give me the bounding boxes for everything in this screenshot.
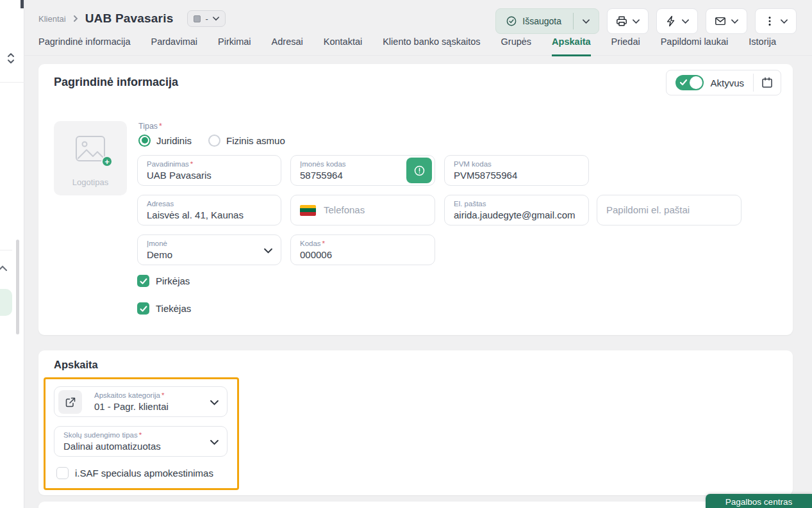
tab-istorija[interactable]: Istorija xyxy=(749,37,776,55)
checkbox-checked-icon xyxy=(137,275,149,287)
tab-pardavimai[interactable]: Pardavimai xyxy=(151,37,197,55)
required-marker: * xyxy=(159,122,162,131)
field-adresas[interactable]: Adresas Laisvės al. 41, Kaunas xyxy=(137,195,281,225)
card-title: Pagrindinė informacija xyxy=(54,76,178,89)
breadcrumb: Klientai UAB Pavasaris - xyxy=(38,9,226,28)
field-imones-kodas[interactable]: Įmonės kodas 58755964 xyxy=(290,155,435,186)
field-value: Demo xyxy=(147,248,272,262)
saved-dropdown-toggle[interactable] xyxy=(574,9,599,33)
radio-unselected-icon xyxy=(208,135,220,147)
tab-adresai[interactable]: Adresai xyxy=(272,37,303,55)
sidebar-scrollbar-thumb[interactable] xyxy=(16,240,19,334)
calendar-button[interactable] xyxy=(754,70,781,95)
calendar-icon xyxy=(761,77,773,88)
main-content: Klientai UAB Pavasaris - Išsaugota xyxy=(24,0,812,508)
printer-icon xyxy=(616,15,627,27)
more-options-button[interactable] xyxy=(755,8,797,34)
saved-status-button[interactable]: Išsaugota xyxy=(495,8,599,34)
field-telefonas[interactable]: Telefonas xyxy=(290,195,435,225)
sidebar-divider xyxy=(0,82,24,83)
radio-selected-icon xyxy=(138,135,151,147)
add-logo-plus-icon[interactable]: + xyxy=(101,156,113,167)
chevron-right-icon xyxy=(72,15,79,22)
field-pvm-kodas[interactable]: PVM kodas PVM58755964 xyxy=(444,155,589,186)
field-value: 01 - Pagr. klientai xyxy=(94,400,218,414)
chevron-down-icon xyxy=(583,18,590,25)
chevron-down-icon xyxy=(264,247,272,255)
radio-fizinis-asmuo[interactable]: Fizinis asmuo xyxy=(208,135,285,147)
field-label: PVM kodas xyxy=(454,160,579,168)
active-status-group: Aktyvus xyxy=(666,70,781,95)
actions-dropdown-button[interactable] xyxy=(656,8,698,34)
chevron-down-icon xyxy=(682,18,689,25)
field-label: Skolų sudengimo tipas* xyxy=(63,431,218,439)
print-dropdown-button[interactable] xyxy=(607,8,649,34)
checkbox-tiekejas[interactable]: Tiekėjas xyxy=(137,302,191,315)
chevron-down-icon xyxy=(781,18,788,25)
check-icon xyxy=(679,78,688,86)
checkbox-label: i.SAF specialus apmokestinimas xyxy=(75,468,213,479)
check-circle-icon xyxy=(506,16,517,26)
field-el-pastas[interactable]: El. paštas airida.jaudegyte@gmail.com xyxy=(444,195,589,225)
open-category-button[interactable] xyxy=(58,390,82,414)
lightning-icon xyxy=(665,15,677,27)
next-section-card xyxy=(38,502,793,508)
breadcrumb-parent-link[interactable]: Klientai xyxy=(38,14,66,24)
required-marker: * xyxy=(322,240,325,247)
field-label: El. paštas xyxy=(454,200,579,208)
tab-kontaktai[interactable]: Kontaktai xyxy=(324,37,362,55)
field-value: Dalinai automatizuotas xyxy=(63,439,218,454)
radio-label: Fizinis asmuo xyxy=(226,135,285,146)
field-skolu-sudengimo-tipas-select[interactable]: Skolų sudengimo tipas* Dalinai automatiz… xyxy=(54,426,228,457)
active-toggle[interactable]: Aktyvus xyxy=(667,75,753,90)
radio-juridinis[interactable]: Juridinis xyxy=(138,135,192,147)
field-value: airida.jaudegyte@gmail.com xyxy=(454,208,579,222)
type-radio-group: Juridinis Fizinis asmuo xyxy=(138,133,285,147)
logo-placeholder-label: Logotipas xyxy=(54,177,127,187)
toggle-on-icon[interactable] xyxy=(675,75,704,90)
tab-grupes[interactable]: Grupės xyxy=(501,37,532,55)
tab-pagrindine-informacija[interactable]: Pagrindinė informacija xyxy=(38,37,130,55)
field-label: Įmonė xyxy=(147,240,272,248)
email-dropdown-button[interactable] xyxy=(706,8,747,34)
lithuania-flag-icon[interactable] xyxy=(300,205,316,216)
tab-kliento-banko-saskaitos[interactable]: Kliento banko sąskaitos xyxy=(383,37,480,55)
company-code-lookup-button[interactable] xyxy=(406,158,432,183)
radio-label: Juridinis xyxy=(156,135,192,146)
tab-bar: Pagrindinė informacija Pardavimai Pirkim… xyxy=(24,37,812,56)
tab-priedai[interactable]: Priedai xyxy=(611,37,640,55)
client-status-dropdown[interactable]: - xyxy=(187,10,225,27)
field-papildomi-el-pastai[interactable]: Papildomi el. paštai xyxy=(597,195,742,225)
toggle-knob xyxy=(690,76,702,89)
field-value: UAB Pavasaris xyxy=(147,168,272,183)
tab-papildomi-laukai[interactable]: Papildomi laukai xyxy=(661,37,729,55)
exclamation-circle-icon xyxy=(414,165,425,176)
saved-status-label: Išsaugota xyxy=(522,16,561,26)
field-apskaitos-kategorija-select[interactable]: Apskaitos kategorija* 01 - Pagr. klienta… xyxy=(54,386,228,417)
tab-pirkimai[interactable]: Pirkimai xyxy=(218,37,251,55)
checkbox-isaf[interactable]: i.SAF specialus apmokestinimas xyxy=(56,467,213,479)
active-toggle-label: Aktyvus xyxy=(710,78,744,88)
tab-apskaita[interactable]: Apskaita xyxy=(552,37,590,56)
sidebar-collapse-chevron-icon[interactable] xyxy=(0,263,8,269)
sidebar-expand-icon[interactable] xyxy=(6,53,16,64)
checkbox-pirkejas[interactable]: Pirkėjas xyxy=(137,275,190,287)
card-title: Apskaita xyxy=(54,359,98,371)
status-dropdown-value: - xyxy=(205,14,208,24)
field-imone-select[interactable]: Įmonė Demo xyxy=(137,234,281,265)
field-label: Pavadinimas* xyxy=(147,160,272,168)
help-center-button[interactable]: Pagalbos centras xyxy=(706,494,812,508)
required-marker: * xyxy=(162,391,164,399)
page-title: UAB Pavasaris xyxy=(85,12,174,26)
field-pavadinimas[interactable]: Pavadinimas* UAB Pavasaris xyxy=(137,155,281,186)
checkbox-label: Pirkėjas xyxy=(156,275,190,286)
field-kodas[interactable]: Kodas* 000006 xyxy=(290,234,435,265)
chevron-down-icon xyxy=(210,398,219,407)
logo-upload[interactable]: + Logotipas xyxy=(54,121,127,195)
required-marker: * xyxy=(139,431,142,439)
chevron-down-icon xyxy=(633,18,640,25)
saved-status-main[interactable]: Išsaugota xyxy=(496,9,573,33)
main-info-card: Pagrindinė informacija Aktyvus + Logotip… xyxy=(38,64,793,335)
sidebar-active-item[interactable] xyxy=(0,289,12,316)
image-placeholder-icon xyxy=(75,135,106,162)
